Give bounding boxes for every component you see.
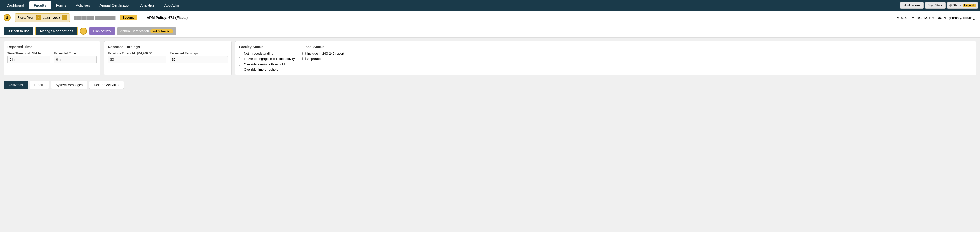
fiscal-year-control: Fiscal Year: < 2024 - 2025 > <box>15 13 70 22</box>
checkbox-include-240-input[interactable] <box>302 52 305 55</box>
fiscal-status-section: Fiscal Status Include in 240-246 report … <box>302 45 344 72</box>
checkbox-override-time-input[interactable] <box>239 68 242 71</box>
checkbox-not-in-goodstanding-label: Not in goodstanding <box>244 51 274 55</box>
faculty-name: ████████ ████████ <box>74 16 116 20</box>
checkbox-leave-outside[interactable]: Leave to engage in outside activity <box>239 57 294 61</box>
fiscal-status-checkboxes: Include in 240-246 report Separated <box>302 51 344 61</box>
exceeded-time-value: 0 hr <box>54 56 97 63</box>
tab-emails[interactable]: Emails <box>30 81 49 89</box>
checkbox-override-time-label: Override time threshold <box>244 68 278 72</box>
time-threshold-group: Time Threshold: 384 hr 0 hr <box>7 51 50 63</box>
nav-app-admin[interactable]: App Admin <box>160 1 186 10</box>
tab-system-messages[interactable]: System Messages <box>51 81 88 89</box>
plan-activity-button[interactable]: Plan Activity <box>89 27 115 35</box>
badge-6: 6 <box>80 27 87 35</box>
not-submitted-badge: Not Submitted <box>151 29 173 33</box>
reported-earnings-title: Reported Earnings <box>108 45 228 49</box>
nav-faculty[interactable]: Faculty <box>29 1 51 10</box>
checkbox-include-240[interactable]: Include in 240-246 report <box>302 51 344 55</box>
back-to-list-button[interactable]: < Back to list <box>3 27 33 35</box>
exceeded-earnings-group: Exceeded Earnings $0 <box>170 51 228 63</box>
fiscal-status-title: Fiscal Status <box>302 45 344 49</box>
nav-forms[interactable]: Forms <box>51 1 71 10</box>
exceeded-time-label: Exceeded Time <box>54 51 97 55</box>
checkbox-separated-input[interactable] <box>302 57 305 61</box>
earnings-threshold-value: $0 <box>108 56 166 63</box>
nav-annual-cert[interactable]: Annual Certification <box>95 1 135 10</box>
become-button[interactable]: Become <box>119 15 138 21</box>
checkbox-override-time[interactable]: Override time threshold <box>239 68 294 72</box>
status-label: Status <box>953 3 962 7</box>
reported-time-card: Reported Time Time Threshold: 384 hr 0 h… <box>3 41 100 75</box>
sys-stats-button[interactable]: Sys. Stats <box>925 2 945 9</box>
faculty-status-checkboxes: Not in goodstanding Leave to engage in o… <box>239 51 294 72</box>
earnings-threshold-label: Earnings Threhold: $44,760.00 <box>108 51 166 55</box>
exceeded-earnings-value: $0 <box>170 56 228 63</box>
reported-time-fields: Time Threshold: 384 hr 0 hr Exceeded Tim… <box>7 51 97 63</box>
time-threshold-label: Time Threshold: 384 hr <box>7 51 50 55</box>
status-indicator <box>950 4 952 6</box>
checkbox-separated-label: Separated <box>307 57 322 61</box>
annual-certification-button[interactable]: Annual Certification Not Submitted <box>117 27 176 35</box>
annual-cert-label: Annual Certification <box>120 29 149 33</box>
fiscal-year-prev[interactable]: < <box>36 15 41 20</box>
time-threshold-value: 0 hr <box>7 56 50 63</box>
legend-badge: Legend <box>963 3 976 7</box>
faculty-status-section: Faculty Status Not in goodstanding Leave… <box>239 45 294 72</box>
checkbox-override-earnings-input[interactable] <box>239 62 242 66</box>
checkbox-override-earnings-label: Override earnings threshold <box>244 62 285 66</box>
faculty-status-title: Faculty Status <box>239 45 294 49</box>
status-button[interactable]: Status Legend <box>947 2 978 9</box>
exceeded-time-group: Exceeded Time 0 hr <box>54 51 97 63</box>
action-row: < Back to list Manage Notifications 6 Pl… <box>0 25 980 37</box>
nav-dashboard[interactable]: Dashboard <box>2 1 29 10</box>
fiscal-year-next[interactable]: > <box>62 15 67 20</box>
nav-items: Dashboard Faculty Forms Activities Annua… <box>2 1 900 10</box>
checkbox-separated[interactable]: Separated <box>302 57 344 61</box>
checkbox-override-earnings[interactable]: Override earnings threshold <box>239 62 294 66</box>
checkbox-include-240-label: Include in 240-246 report <box>307 51 344 55</box>
nav-analytics[interactable]: Analytics <box>136 1 159 10</box>
reported-earnings-card: Reported Earnings Earnings Threhold: $44… <box>104 41 232 75</box>
checkbox-not-in-goodstanding[interactable]: Not in goodstanding <box>239 51 294 55</box>
apm-policy: APM Policy: 671 (Fiscal) <box>147 16 188 20</box>
checkbox-not-in-goodstanding-input[interactable] <box>239 52 242 55</box>
main-content: Reported Time Time Threshold: 384 hr 0 h… <box>0 37 980 79</box>
badge-8: 8 <box>3 14 11 21</box>
tab-activities[interactable]: Activities <box>3 81 28 89</box>
reported-earnings-fields: Earnings Threhold: $44,760.00 $0 Exceede… <box>108 51 228 63</box>
fiscal-year-label: Fiscal Year: <box>18 16 35 19</box>
checkbox-leave-outside-label: Leave to engage in outside activity <box>244 57 294 61</box>
notifications-button[interactable]: Notifications <box>900 2 923 9</box>
tab-deleted-activities[interactable]: Deleted Activities <box>89 81 124 89</box>
status-card: Faculty Status Not in goodstanding Leave… <box>235 41 977 75</box>
fiscal-year-value: 2024 - 2025 <box>43 16 60 20</box>
manage-notifications-button[interactable]: Manage Notifications <box>35 27 78 35</box>
earnings-threshold-group: Earnings Threhold: $44,760.00 $0 <box>108 51 166 63</box>
top-nav: Dashboard Faculty Forms Activities Annua… <box>0 0 980 11</box>
tab-row: Activities Emails System Messages Delete… <box>0 79 980 91</box>
dept-info: V1535 - EMERGENCY MEDICINE (Primary, Rou… <box>897 16 977 20</box>
nav-right: Notifications Sys. Stats Status Legend <box>900 2 978 9</box>
reported-time-title: Reported Time <box>7 45 97 49</box>
sub-header: 8 Fiscal Year: < 2024 - 2025 > ████████ … <box>0 11 980 25</box>
exceeded-earnings-label: Exceeded Earnings <box>170 51 228 55</box>
nav-activities[interactable]: Activities <box>71 1 94 10</box>
checkbox-leave-outside-input[interactable] <box>239 57 242 61</box>
